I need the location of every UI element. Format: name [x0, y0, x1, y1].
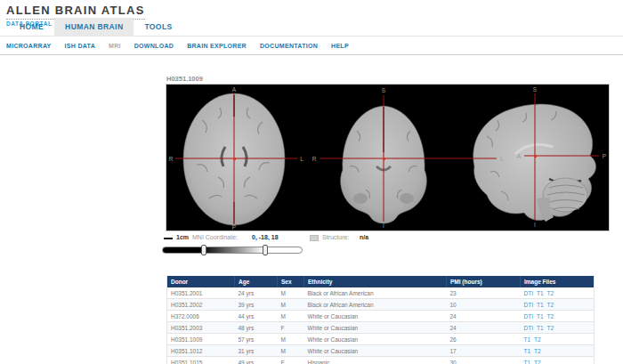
- structure-value: n/a: [360, 234, 368, 240]
- image-files-cell: DTIT1T2: [521, 322, 595, 334]
- ethnicity-cell: Black or African American: [304, 287, 447, 299]
- page: ALLEN BRAIN ATLAS DATA PORTAL HOME HUMAN…: [0, 0, 623, 364]
- image-files-cell: DTIT1T2: [521, 287, 595, 299]
- subnav-documentation[interactable]: DOCUMENTATION: [260, 43, 318, 49]
- tab-human-brain[interactable]: HUMAN BRAIN: [54, 18, 134, 36]
- mni-coordinate-label: MNI Coordinate:: [192, 234, 238, 240]
- donor-cell: H0351.2002: [167, 299, 235, 311]
- image-files-cell: T1T2: [521, 345, 595, 357]
- subnav-help[interactable]: HELP: [331, 43, 349, 49]
- col-header-sex: Sex: [278, 276, 304, 287]
- image-files-cell: DTIT1T2: [521, 311, 595, 322]
- file-link[interactable]: T2: [534, 336, 541, 343]
- contrast-slider-max-handle[interactable]: [263, 245, 268, 255]
- scale-bar: [164, 238, 173, 239]
- file-link[interactable]: DTI: [524, 290, 533, 296]
- col-header-pmi: PMI (hours): [447, 276, 521, 287]
- file-link[interactable]: T1: [524, 360, 531, 364]
- sex-cell: F: [278, 357, 304, 364]
- table-row: H0351.2001 24 yrs M Black or African Ame…: [167, 287, 595, 299]
- col-header-image-files: Image Files: [521, 276, 595, 287]
- subnav-microarray[interactable]: MICROARRAY: [6, 43, 52, 49]
- file-link[interactable]: T1: [537, 302, 544, 308]
- contrast-slider[interactable]: [162, 247, 303, 254]
- file-link[interactable]: DTI: [524, 325, 533, 331]
- file-link[interactable]: T2: [547, 325, 554, 331]
- file-link[interactable]: T2: [547, 302, 554, 308]
- table-row: H0351.2002 39 yrs M Black or African Ame…: [167, 299, 595, 311]
- image-files-cell: DTIT1T2: [521, 299, 595, 311]
- pmi-cell: 10: [447, 299, 521, 311]
- donor-cell: H372.0006: [167, 311, 235, 322]
- mri-viewer: A P R L S I R L S I A P: [166, 84, 610, 231]
- age-cell: 31 yrs: [235, 345, 278, 357]
- sex-cell: M: [278, 299, 304, 311]
- age-cell: 57 yrs: [235, 334, 278, 345]
- col-header-age: Age: [235, 276, 278, 287]
- donor-cell: H0351.1015: [167, 357, 235, 364]
- file-link[interactable]: DTI: [524, 313, 533, 320]
- file-link[interactable]: T2: [547, 313, 554, 320]
- table-row: H372.0006 44 yrs M White or Caucasian 24…: [167, 311, 595, 322]
- file-link[interactable]: T1: [537, 313, 544, 320]
- file-link[interactable]: T1: [537, 325, 544, 331]
- age-cell: 49 yrs: [235, 357, 278, 364]
- col-header-donor: Donor: [167, 276, 235, 287]
- file-link[interactable]: T2: [547, 290, 554, 296]
- sex-cell: M: [278, 345, 304, 357]
- table-row: H0351.1012 31 yrs M White or Caucasian 1…: [167, 345, 595, 357]
- sex-cell: M: [278, 311, 304, 322]
- file-link[interactable]: DTI: [524, 302, 533, 308]
- donor-cell: H0351.1009: [167, 334, 235, 345]
- ethnicity-cell: Black or African American: [304, 299, 447, 311]
- pmi-cell: 23: [447, 287, 521, 299]
- ethnicity-cell: White or Caucasian: [304, 322, 447, 334]
- subnav-mri-current: MRI: [109, 43, 121, 49]
- scale-label: 1cm: [176, 234, 189, 240]
- ethnicity-cell: Hispanic: [304, 357, 447, 364]
- sex-cell: M: [278, 287, 304, 299]
- viewer-donor-label: H0351.1009: [166, 75, 203, 83]
- subnav-ish-data[interactable]: ISH DATA: [65, 43, 95, 49]
- donor-cell: H0351.2003: [167, 322, 235, 334]
- table-row: H0351.1009 57 yrs M White or Caucasian 2…: [167, 334, 595, 345]
- age-cell: 48 yrs: [235, 322, 278, 334]
- file-link[interactable]: T2: [534, 360, 541, 364]
- ethnicity-cell: White or Caucasian: [304, 311, 447, 322]
- donor-cell: H0351.1012: [167, 345, 235, 357]
- subnav-download[interactable]: DOWNLOAD: [134, 43, 174, 49]
- table-row: H0351.2003 48 yrs F White or Caucasian 2…: [167, 322, 595, 334]
- col-header-ethnicity: Ethnicity: [304, 276, 447, 287]
- sagittal-view-clickzone[interactable]: [496, 85, 609, 231]
- primary-nav: HOME HUMAN BRAIN TOOLS: [0, 18, 623, 36]
- pmi-cell: 17: [447, 345, 521, 357]
- image-files-cell: T1T2: [521, 334, 595, 345]
- age-cell: 24 yrs: [235, 287, 278, 299]
- sex-cell: F: [278, 322, 304, 334]
- pmi-cell: 30: [447, 357, 521, 364]
- structure-label: Structure:: [322, 234, 349, 240]
- age-cell: 39 yrs: [235, 299, 278, 311]
- tab-tools[interactable]: TOOLS: [134, 18, 182, 36]
- pmi-cell: 26: [447, 334, 521, 345]
- mni-coordinate-value: 0, -18, 18: [252, 234, 279, 240]
- secondary-nav: MICROARRAY ISH DATA MRI DOWNLOAD BRAIN E…: [0, 37, 623, 55]
- axial-view-clickzone[interactable]: [166, 85, 309, 231]
- pmi-cell: 24: [447, 311, 521, 322]
- pmi-cell: 24: [447, 322, 521, 334]
- age-cell: 44 yrs: [235, 311, 278, 322]
- sex-cell: M: [278, 334, 304, 345]
- tab-home[interactable]: HOME: [9, 18, 54, 36]
- coronal-view-clickzone[interactable]: [309, 85, 496, 231]
- file-link[interactable]: T1: [524, 348, 531, 354]
- structure-color-swatch: [310, 235, 319, 241]
- ethnicity-cell: White or Caucasian: [304, 334, 447, 345]
- file-link[interactable]: T2: [534, 348, 541, 354]
- ethnicity-cell: White or Caucasian: [304, 345, 447, 357]
- file-link[interactable]: T1: [537, 290, 544, 296]
- donor-table: Donor Age Sex Ethnicity PMI (hours) Imag…: [166, 276, 595, 364]
- contrast-slider-min-handle[interactable]: [201, 245, 206, 255]
- file-link[interactable]: T1: [524, 336, 531, 343]
- subnav-brain-explorer[interactable]: BRAIN EXPLORER: [187, 43, 247, 49]
- image-files-cell: T1T2: [521, 357, 595, 364]
